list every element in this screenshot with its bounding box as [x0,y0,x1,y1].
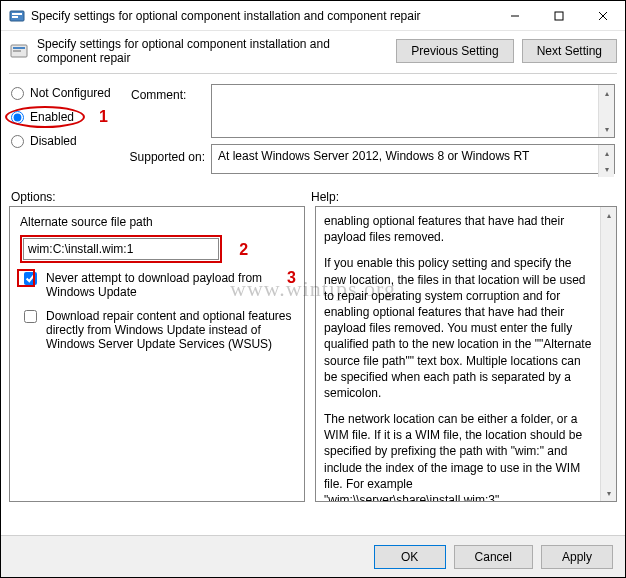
svg-rect-1 [12,13,22,15]
annotation-1: 1 [99,108,108,126]
radio-disabled-label: Disabled [30,134,77,148]
help-pane: enabling optional features that have had… [315,206,617,502]
window-title: Specify settings for optional component … [31,9,493,23]
scroll-down-icon[interactable]: ▾ [599,121,614,137]
radio-enabled[interactable]: Enabled 1 [11,110,131,124]
policy-title: Specify settings for optional component … [37,37,388,65]
header: Specify settings for optional component … [1,31,625,71]
next-setting-button[interactable]: Next Setting [522,39,617,63]
svg-rect-8 [13,47,25,49]
pane-labels: Options: Help: [1,182,625,206]
help-scrollbar[interactable]: ▴ ▾ [600,207,616,501]
button-bar: OK Cancel Apply [1,535,625,577]
panes: Alternate source file path 2 Never attem… [1,206,625,502]
options-pane: Alternate source file path 2 Never attem… [9,206,305,502]
alt-source-label: Alternate source file path [20,215,294,229]
supported-on-box: At least Windows Server 2012, Windows 8 … [211,144,615,174]
options-label: Options: [11,190,311,204]
help-paragraph: If you enable this policy setting and sp… [324,255,592,401]
comment-scrollbar[interactable]: ▴ ▾ [598,85,614,137]
radio-disabled[interactable]: Disabled [11,134,131,148]
annotation-2: 2 [239,241,248,258]
wsus-checkbox[interactable] [24,310,37,323]
annotation-3: 3 [287,269,296,287]
never-download-checkbox[interactable] [24,272,37,285]
policy-icon [9,41,29,61]
divider [9,73,617,74]
radio-disabled-input[interactable] [11,135,24,148]
scroll-up-icon[interactable]: ▴ [599,145,614,161]
help-paragraph: The network location can be either a fol… [324,411,592,501]
apply-button[interactable]: Apply [541,545,613,569]
radio-enabled-input[interactable] [11,111,24,124]
wsus-label: Download repair content and optional fea… [46,309,294,351]
help-text: enabling optional features that have had… [316,207,600,501]
minimize-button[interactable] [493,1,537,31]
cancel-button[interactable]: Cancel [454,545,533,569]
radio-not-configured-input[interactable] [11,87,24,100]
help-label: Help: [311,190,615,204]
ok-button[interactable]: OK [374,545,446,569]
svg-rect-9 [13,50,21,52]
titlebar: Specify settings for optional component … [1,1,625,31]
scroll-up-icon[interactable]: ▴ [599,85,614,101]
alt-source-input[interactable] [23,238,219,260]
supported-scrollbar[interactable]: ▴ ▾ [598,145,614,177]
help-paragraph: enabling optional features that have had… [324,213,592,245]
svg-rect-2 [12,16,18,18]
maximize-button[interactable] [537,1,581,31]
scroll-down-icon[interactable]: ▾ [601,485,616,501]
supported-on-label: Supported on: [11,144,211,174]
radio-not-configured-label: Not Configured [30,86,111,100]
annotation-box-2 [20,235,222,263]
scroll-up-icon[interactable]: ▴ [601,207,616,223]
never-download-label: Never attempt to download payload from W… [46,271,279,299]
previous-setting-button[interactable]: Previous Setting [396,39,513,63]
comment-box: ▴ ▾ [211,84,615,138]
never-download-row: Never attempt to download payload from W… [10,265,304,303]
radio-not-configured[interactable]: Not Configured [11,86,131,100]
config-area: Not Configured Enabled 1 Disabled Commen… [1,80,625,182]
supported-on-value: At least Windows Server 2012, Windows 8 … [212,145,598,167]
app-icon [9,8,25,24]
svg-rect-4 [555,12,563,20]
comment-label: Comment: [131,84,211,102]
scroll-down-icon[interactable]: ▾ [599,161,614,177]
radio-enabled-label: Enabled [30,110,74,124]
comment-textarea[interactable] [212,85,598,137]
close-button[interactable] [581,1,625,31]
wsus-row: Download repair content and optional fea… [10,303,304,355]
